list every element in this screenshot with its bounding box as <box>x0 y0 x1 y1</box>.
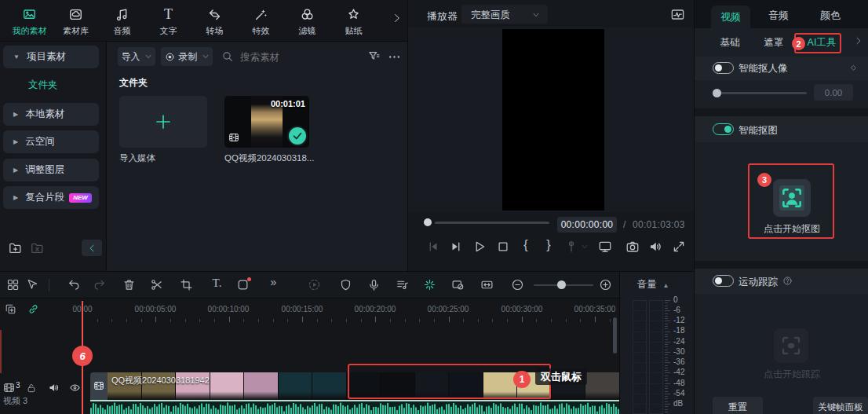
meter-tick <box>665 378 668 379</box>
motion-tracking-toggle[interactable] <box>713 275 734 287</box>
mark-in-icon[interactable]: { <box>519 238 533 252</box>
smart-matting-toggle[interactable] <box>713 123 734 135</box>
volume-icon[interactable] <box>648 240 662 254</box>
next-frame-icon[interactable] <box>449 240 463 254</box>
nav-label: 转场 <box>206 25 224 37</box>
marker-icon[interactable] <box>564 240 578 254</box>
music-list-icon[interactable] <box>396 278 409 291</box>
lock-icon[interactable] <box>26 383 37 394</box>
collapse-sidebar-button[interactable] <box>82 240 102 256</box>
record-button[interactable]: 录制 <box>161 47 213 66</box>
timeline-zoom-slider-handle[interactable] <box>557 280 566 289</box>
matting-strength-slider[interactable] <box>713 92 807 94</box>
tab-video[interactable]: 视频 <box>711 5 750 28</box>
delete-folder-icon[interactable] <box>30 240 45 255</box>
media-clip-thumbnail[interactable]: 00:01:01 <box>224 96 309 148</box>
tab-color[interactable]: 颜色 <box>811 9 850 23</box>
sidebar-item-compound-clip[interactable]: ▶ 复合片段 NEW <box>3 186 99 209</box>
meter-scale-label: -48 <box>673 379 692 388</box>
matting-strength-value[interactable]: 0.00 <box>814 84 853 101</box>
nav-filters[interactable]: 滤镜 <box>284 0 330 41</box>
select-cursor-icon[interactable] <box>25 278 38 291</box>
previous-frame-icon[interactable] <box>426 240 440 254</box>
layout-blocks-icon[interactable] <box>6 278 20 291</box>
meter-bar-right <box>649 300 663 414</box>
new-folder-icon[interactable] <box>8 240 23 255</box>
scrubber-handle[interactable] <box>424 218 432 226</box>
sidebar-item-project-material[interactable]: ▼ 项目素材 <box>3 46 99 68</box>
stop-icon[interactable] <box>496 240 510 254</box>
reset-button[interactable]: 重置 <box>713 397 763 414</box>
nav-my-media[interactable]: 我的素材 <box>6 0 53 41</box>
marker-chevron-icon[interactable] <box>581 243 589 251</box>
timeline-scrollbar-thumb[interactable] <box>613 317 617 354</box>
sidebar-item-folder[interactable]: 文件夹 <box>28 79 58 92</box>
help-icon[interactable] <box>782 276 793 286</box>
subtab-basic[interactable]: 基础 <box>710 36 749 49</box>
crop-icon[interactable] <box>180 278 193 291</box>
visibility-icon[interactable] <box>69 382 81 394</box>
meter-title[interactable]: 音量 ▲ <box>637 278 669 291</box>
ruler-label: 00:00:10:00 <box>197 305 260 313</box>
nav-text[interactable]: T 文字 <box>145 0 191 41</box>
more-options-icon[interactable] <box>388 50 401 64</box>
keyframe-diamond-icon[interactable] <box>848 63 859 73</box>
performance-monitor-icon[interactable] <box>670 7 685 22</box>
ruler-ticks[interactable] <box>0 316 619 322</box>
zoom-out-icon[interactable] <box>511 278 524 291</box>
delete-icon[interactable] <box>122 278 136 291</box>
smart-tool-icon[interactable] <box>423 278 436 291</box>
matting-strength-slider-handle[interactable] <box>713 89 721 97</box>
text-tool-icon[interactable]: T. <box>210 277 224 290</box>
nav-transition[interactable]: 转场 <box>191 0 238 41</box>
meter-tick <box>665 313 668 314</box>
import-button[interactable]: 导入 <box>118 47 155 66</box>
nav-effects[interactable]: 特效 <box>238 0 284 41</box>
import-media-tile[interactable] <box>119 96 207 148</box>
quality-dropdown[interactable]: 完整画质 <box>461 5 548 24</box>
filter-funnel-icon[interactable] <box>367 49 381 63</box>
fullscreen-icon[interactable] <box>672 240 686 254</box>
preview-quality-icon[interactable] <box>451 278 465 291</box>
meter-scale-label: dB <box>673 399 692 409</box>
nav-media-library[interactable]: 素材库 <box>53 0 99 41</box>
start-matting-button[interactable] <box>773 179 811 217</box>
tab-audio[interactable]: 音频 <box>759 9 798 23</box>
split-icon[interactable] <box>150 278 163 291</box>
mark-out-icon[interactable]: } <box>542 238 556 252</box>
keyframe-panel-button[interactable]: 关键帧面板 <box>813 397 868 414</box>
sidebar-item-cloud-space[interactable]: ▶ 云空间 <box>3 130 99 153</box>
filmstrip-frame <box>483 372 518 400</box>
start-matting-label[interactable]: 点击开始抠图 <box>742 222 842 236</box>
subtab-mask[interactable]: 遮罩 <box>754 36 793 49</box>
smart-matting-person-toggle[interactable] <box>713 62 734 74</box>
meter-title-label: 音量 <box>637 279 657 290</box>
play-icon[interactable] <box>472 240 487 254</box>
more-tools-icon[interactable]: » <box>267 276 280 289</box>
chevron-down-icon <box>144 53 152 60</box>
nav-stickers[interactable]: 贴纸 <box>330 0 377 41</box>
link-icon[interactable] <box>27 303 39 315</box>
cover-icon[interactable] <box>339 278 352 291</box>
meter-tick <box>665 354 668 355</box>
subtab-ai-tools[interactable]: AI工具 <box>800 36 844 49</box>
nav-audio[interactable]: 音频 <box>99 0 145 41</box>
redo-icon[interactable] <box>93 278 106 291</box>
sidebar-item-adjust-layer[interactable]: ▶ 调整图层 <box>3 159 99 181</box>
current-timecode[interactable]: 00:00:00:00 <box>557 217 617 233</box>
add-to-track-icon[interactable] <box>5 303 16 315</box>
timeline-audio-strip[interactable] <box>90 400 619 414</box>
subtab-more-chevron-icon[interactable] <box>854 36 863 46</box>
preview-render-icon[interactable] <box>308 278 321 291</box>
snapshot-icon[interactable] <box>625 240 640 254</box>
sidebar-item-local-material[interactable]: ▶ 本地素材 <box>3 103 99 126</box>
scrubber-track[interactable] <box>435 222 549 224</box>
mute-icon[interactable] <box>48 382 60 394</box>
mirror-screen-icon[interactable] <box>598 240 612 254</box>
nav-more-chevron-icon[interactable] <box>392 13 403 24</box>
fit-timeline-icon[interactable] <box>480 278 494 291</box>
voiceover-icon[interactable] <box>367 278 381 291</box>
search-input[interactable] <box>239 48 336 67</box>
zoom-in-icon[interactable] <box>599 278 612 291</box>
undo-icon[interactable] <box>67 278 81 291</box>
